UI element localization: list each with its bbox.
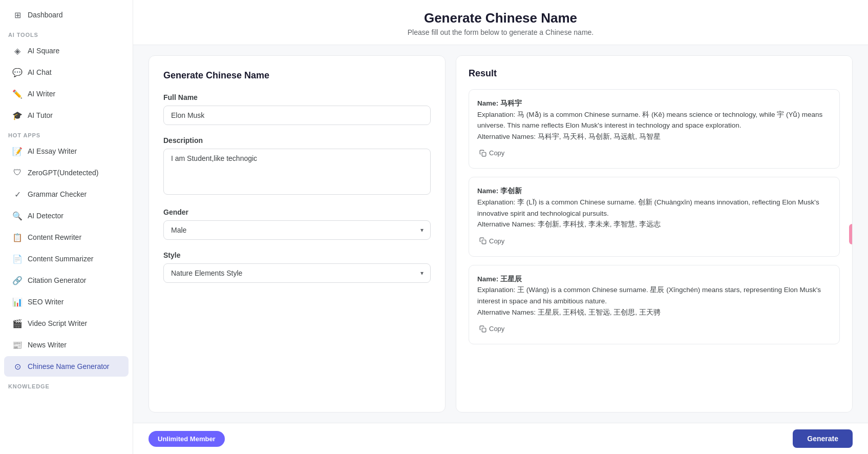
- full-name-group: Full Name: [163, 93, 431, 125]
- seo-writer-icon: 📊: [12, 297, 23, 307]
- result-name-2: Name: 李创新: [477, 187, 522, 195]
- ai-writer-icon: ✏️: [12, 89, 23, 99]
- page-title: Generate Chinese Name: [154, 10, 848, 26]
- sidebar-item-dashboard[interactable]: ⊞ Dashboard: [4, 5, 129, 25]
- result-alternatives-1: Alternative Names: 马科宇, 马天科, 马创新, 马远航, 马…: [477, 133, 661, 140]
- copy-icon-3: [479, 325, 486, 333]
- gender-group: Gender Male Female Neutral ▾: [163, 208, 431, 240]
- copy-button-1[interactable]: Copy: [477, 146, 506, 160]
- sidebar-item-content-summarizer[interactable]: 📄 Content Summarizer: [4, 249, 129, 269]
- gender-label: Gender: [163, 208, 431, 216]
- grammar-checker-icon: ✓: [12, 189, 23, 199]
- news-writer-icon: 📰: [12, 340, 23, 350]
- description-group: Description: [163, 136, 431, 197]
- result-card-2: Name: 李创新 Explanation: 李 (Lǐ) is a commo…: [469, 177, 840, 256]
- result-panel: Result Name: 马科宇 Explanation: 马 (Mǎ) is …: [456, 55, 853, 412]
- gender-select-wrap: Male Female Neutral ▾: [163, 220, 431, 240]
- main-content: Generate Chinese Name Please fill out th…: [133, 0, 868, 454]
- sidebar-item-chinese-name-generator[interactable]: ⊙ Chinese Name Generator: [4, 356, 129, 377]
- page-header: Generate Chinese Name Please fill out th…: [133, 0, 868, 45]
- sidebar-item-ai-square[interactable]: ◈ AI Square: [4, 40, 129, 61]
- form-panel: Generate Chinese Name Full Name Descript…: [149, 55, 446, 412]
- content-rewriter-icon: 📋: [12, 232, 23, 242]
- sidebar-item-news-writer[interactable]: 📰 News Writer: [4, 335, 129, 355]
- result-alternatives-2: Alternative Names: 李创新, 李科技, 李未来, 李智慧, 李…: [477, 220, 661, 228]
- sidebar: ⊞ Dashboard AI TOOLS ◈ AI Square 💬 AI Ch…: [0, 0, 133, 454]
- sidebar-item-ai-writer[interactable]: ✏️ AI Writer: [4, 84, 129, 104]
- sidebar-item-citation-generator[interactable]: 🔗 Citation Generator: [4, 270, 129, 291]
- zerogpt-icon: 🛡: [12, 168, 23, 178]
- sidebar-item-content-rewriter[interactable]: 📋 Content Rewriter: [4, 227, 129, 247]
- sidebar-item-zerogpt[interactable]: 🛡 ZeroGPT(Undetected): [4, 162, 129, 183]
- sidebar-item-ai-detector[interactable]: 🔍 AI Detector: [4, 205, 129, 226]
- form-title: Generate Chinese Name: [163, 70, 431, 81]
- result-card-3-text: Name: 王星辰 Explanation: 王 (Wáng) is a com…: [477, 274, 831, 318]
- gender-select[interactable]: Male Female Neutral: [163, 220, 431, 240]
- style-select[interactable]: Nature Elements Style Classical Style Mo…: [163, 263, 431, 283]
- ai-detector-icon: 🔍: [12, 211, 23, 221]
- result-title: Result: [469, 68, 840, 79]
- content-area: Generate Chinese Name Full Name Descript…: [133, 45, 868, 423]
- result-explanation-1: Explanation: 马 (Mǎ) is a common Chinese …: [477, 111, 822, 130]
- sidebar-item-ai-tutor[interactable]: 🎓 AI Tutor: [4, 105, 129, 126]
- svg-rect-0: [482, 152, 486, 156]
- result-name-1: Name: 马科宇: [477, 99, 522, 107]
- result-card-1-text: Name: 马科宇 Explanation: 马 (Mǎ) is a commo…: [477, 98, 831, 142]
- dashboard-icon: ⊞: [12, 10, 23, 20]
- copy-button-2[interactable]: Copy: [477, 234, 506, 248]
- full-name-input[interactable]: [163, 106, 431, 125]
- content-summarizer-icon: 📄: [12, 254, 23, 264]
- pink-accent-bar: [849, 224, 853, 244]
- sidebar-item-ai-essay-writer[interactable]: 📝 AI Essay Writer: [4, 141, 129, 161]
- video-script-writer-icon: 🎬: [12, 318, 23, 328]
- full-name-label: Full Name: [163, 93, 431, 101]
- copy-icon-2: [479, 237, 486, 244]
- style-label: Style: [163, 251, 431, 259]
- result-card-3: Name: 王星辰 Explanation: 王 (Wáng) is a com…: [469, 265, 840, 344]
- copy-icon-1: [479, 150, 486, 157]
- ai-square-icon: ◈: [12, 46, 23, 56]
- result-card-2-text: Name: 李创新 Explanation: 李 (Lǐ) is a commo…: [477, 185, 831, 230]
- page-subtitle: Please fill out the form below to genera…: [154, 28, 848, 36]
- sidebar-item-ai-chat[interactable]: 💬 AI Chat: [4, 62, 129, 82]
- sidebar-item-grammar-checker[interactable]: ✓ Grammar Checker: [4, 184, 129, 204]
- generate-button[interactable]: Generate: [793, 429, 853, 448]
- result-name-3: Name: 王星辰: [477, 275, 522, 283]
- ai-tutor-icon: 🎓: [12, 110, 23, 120]
- result-card-1: Name: 马科宇 Explanation: 马 (Mǎ) is a commo…: [469, 89, 840, 169]
- result-explanation-3: Explanation: 王 (Wáng) is a common Chines…: [477, 286, 821, 305]
- ai-tools-section-label: AI TOOLS: [0, 26, 133, 40]
- sidebar-item-seo-writer[interactable]: 📊 SEO Writer: [4, 292, 129, 312]
- unlimited-member-button[interactable]: Unlimited Member: [149, 431, 225, 447]
- style-select-wrap: Nature Elements Style Classical Style Mo…: [163, 263, 431, 283]
- copy-button-3[interactable]: Copy: [477, 322, 506, 336]
- svg-rect-1: [482, 240, 486, 244]
- chinese-name-generator-icon: ⊙: [12, 361, 23, 372]
- result-explanation-2: Explanation: 李 (Lǐ) is a common Chinese …: [477, 198, 819, 217]
- footer-bar: Unlimited Member Generate: [133, 423, 868, 454]
- result-alternatives-3: Alternative Names: 王星辰, 王科锐, 王智远, 王创思, 王…: [477, 308, 661, 316]
- knowledge-section-label: KNOWLEDGE: [0, 377, 133, 391]
- svg-rect-2: [482, 328, 486, 332]
- description-input[interactable]: [163, 149, 431, 195]
- style-group: Style Nature Elements Style Classical St…: [163, 251, 431, 283]
- essay-writer-icon: 📝: [12, 146, 23, 156]
- hot-apps-section-label: HOT APPS: [0, 126, 133, 140]
- description-label: Description: [163, 136, 431, 145]
- citation-generator-icon: 🔗: [12, 275, 23, 285]
- ai-chat-icon: 💬: [12, 67, 23, 77]
- sidebar-item-video-script-writer[interactable]: 🎬 Video Script Writer: [4, 313, 129, 334]
